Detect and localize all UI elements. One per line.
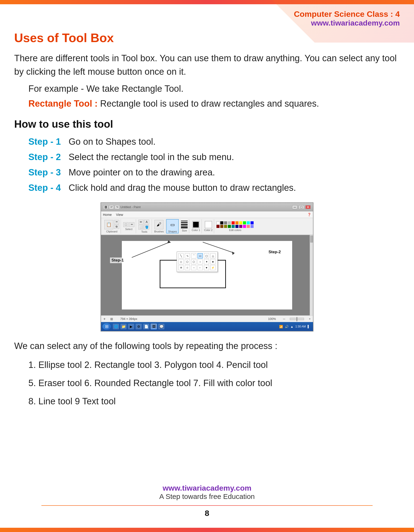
footer-divider (41, 505, 373, 506)
example-text: For example - We take Rectangle Tool. (29, 84, 400, 94)
header-title: Computer Science Class : 4 (294, 10, 400, 19)
paint-zoom-minus[interactable]: ─ (283, 317, 285, 321)
scrollbar-thumb[interactable] (310, 236, 313, 243)
shape-arrow-right[interactable]: → (191, 265, 196, 270)
color-pink[interactable] (247, 225, 250, 228)
shape-star6[interactable]: ✡ (178, 265, 183, 270)
color-yellow[interactable] (239, 221, 242, 224)
footer-tagline: A Step towards free Education (0, 493, 414, 501)
shape-callout1[interactable]: ☆ (185, 265, 190, 270)
cut-icon[interactable]: ✂ (114, 220, 119, 224)
shape-triangle[interactable]: △ (210, 253, 215, 258)
fill-tool-icon[interactable]: 🪣 (144, 225, 149, 230)
brushes-label: Brushes (154, 230, 164, 233)
scrollbar-right[interactable] (310, 235, 313, 315)
crop-icon[interactable]: ✂ (129, 222, 134, 227)
windows-logo-icon: ⊞ (105, 324, 109, 329)
step-4-label: Step - 4 (29, 183, 69, 193)
color1-swatch[interactable] (193, 221, 199, 228)
eraser-tool-icon[interactable]: ⬜ (138, 225, 144, 230)
step-2: Step - 2 Select the rectangle tool in th… (29, 152, 400, 162)
tools-row-1: 1. Ellipse tool 2. Rectangle tool 3. Pol… (29, 358, 400, 372)
shape-roundrect[interactable]: ▢ (204, 253, 209, 258)
zoom-slider[interactable] (290, 318, 304, 320)
size-2[interactable] (181, 222, 188, 223)
section-title: Uses of Tool Box (14, 31, 400, 45)
tool-description: Rectangle Tool : Rectangle tool is used … (29, 99, 400, 109)
maximize-btn[interactable]: □ (299, 205, 304, 209)
size-1[interactable] (181, 221, 188, 221)
shapes-icon[interactable]: ▭ (168, 220, 177, 229)
bottom-bar (0, 528, 414, 532)
size-3[interactable] (181, 224, 188, 226)
shape-freeform[interactable]: ⌒ (191, 253, 196, 258)
color-black[interactable] (220, 221, 223, 224)
color-gray[interactable] (224, 221, 227, 224)
color-teal[interactable] (231, 225, 235, 228)
color-red[interactable] (231, 221, 235, 224)
shape-line[interactable]: ╲ (178, 253, 183, 258)
color-maroon[interactable] (216, 225, 220, 228)
undo-btn[interactable]: ↪ (115, 205, 119, 209)
text-tool-icon[interactable]: A (144, 220, 149, 224)
shapes-group[interactable]: ▭ Shapes (166, 219, 179, 233)
paste-icon[interactable]: 📋 (104, 220, 113, 229)
size-label: Size (182, 229, 187, 232)
color-brown[interactable] (220, 225, 223, 228)
size-4[interactable] (181, 226, 188, 228)
minimize-btn[interactable]: ─ (292, 205, 297, 209)
color-silver[interactable] (228, 221, 231, 224)
shape-curve[interactable]: ∿ (185, 253, 190, 258)
paint-zoom-plus[interactable]: + (309, 317, 311, 321)
color-cyan[interactable] (247, 221, 250, 224)
paint-icon: 🖼 (103, 205, 108, 209)
shape-heart[interactable]: ♥ (204, 265, 209, 270)
color-blue[interactable] (250, 221, 254, 224)
paint-view-menu[interactable]: View (116, 213, 123, 217)
shape-rect[interactable]: ▭ (198, 253, 203, 258)
paint-statusbar: + ⊞ 794 × 394px 100% ─ + (101, 315, 313, 322)
taskbar-app1[interactable]: ⚙ (135, 324, 142, 329)
color-green[interactable] (243, 221, 246, 224)
color-purple[interactable] (239, 225, 242, 228)
color-orange[interactable] (235, 221, 239, 224)
taskbar-app3[interactable]: 💬 (158, 324, 164, 329)
close-btn[interactable]: ✕ (305, 205, 311, 209)
paint-titlebar: 🖼 ↩ ↪ Untitled - Paint ─ □ ✕ (101, 203, 313, 211)
volume-icon: 🔊 (285, 325, 289, 328)
paint-taskbar: ⊞ 🌐 📁 ▶ ⚙ 📄 🖼 💬 📶 🔊 ▲ 1:30 AM ▌ (101, 322, 313, 331)
color-magenta[interactable] (243, 225, 246, 228)
folder-icon[interactable]: 📁 (120, 324, 126, 329)
paint-toolbar: 📋 ✂ ⧉ Clipboard ⬚ ✂ Select (101, 218, 313, 235)
color-darkgreen[interactable] (228, 225, 231, 228)
shape-star5[interactable]: ★ (210, 259, 215, 264)
tray-up-arrow[interactable]: ▲ (290, 325, 294, 328)
header: Computer Science Class : 4 www.tiwariaca… (294, 4, 400, 28)
start-button[interactable]: ⊞ (102, 323, 111, 330)
color2-swatch[interactable] (205, 221, 212, 228)
shape-lightning[interactable]: ⚡ (210, 265, 215, 270)
taskbar-app2[interactable]: 📄 (143, 324, 149, 329)
brushes-icon[interactable]: 🖌 (154, 220, 164, 229)
shape-hexagon[interactable]: ⬡ (191, 259, 196, 264)
show-desktop-btn[interactable]: ▌ (308, 325, 310, 328)
ie-icon[interactable]: 🌐 (113, 324, 119, 329)
shape-circle[interactable]: ○ (198, 259, 203, 264)
shape-arrow-left[interactable]: ← (198, 265, 203, 270)
shape-star4[interactable]: ✦ (204, 259, 209, 264)
taskbar-paint-active[interactable]: 🖼 (151, 324, 157, 329)
shape-pentagon[interactable]: ⬠ (185, 259, 190, 264)
color-white[interactable] (216, 221, 220, 224)
select-icon[interactable]: ⬚ (123, 222, 128, 227)
paint-home-menu[interactable]: Home (103, 213, 112, 217)
shape-diamond[interactable]: ◇ (178, 259, 183, 264)
color-navy[interactable] (235, 225, 239, 228)
step-1: Step - 1 Go on to Shapes tool. (29, 137, 400, 147)
color-olive[interactable] (224, 225, 227, 228)
copy-icon[interactable]: ⧉ (114, 225, 119, 229)
paint-menubar: Home View ❓ (101, 211, 313, 218)
media-icon[interactable]: ▶ (128, 324, 134, 329)
color-lightblue[interactable] (250, 225, 254, 228)
pencil-tool-icon[interactable]: ✏ (138, 220, 144, 224)
tools-row-3: 8. Line tool 9 Text tool (29, 394, 400, 408)
